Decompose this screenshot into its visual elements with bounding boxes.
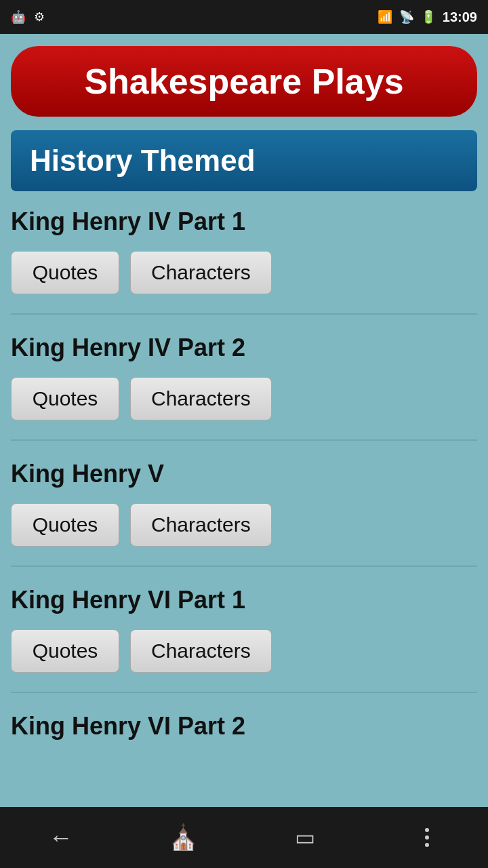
android-icon: 🤖: [11, 9, 26, 24]
quotes-button-henry-iv-part-1[interactable]: Quotes: [11, 251, 119, 294]
nav-bar: ← ⛪ ▭: [0, 807, 488, 868]
quotes-button-henry-v[interactable]: Quotes: [11, 503, 119, 547]
play-buttons-henry-iv-part-1: Quotes Characters: [11, 251, 477, 294]
quotes-button-henry-iv-part-2[interactable]: Quotes: [11, 377, 119, 420]
category-header-text: History Themed: [30, 144, 256, 177]
divider-1: [11, 313, 477, 315]
nav-more-button[interactable]: [373, 814, 481, 861]
play-title-henry-vi-part-1: King Henry VI Part 1: [11, 586, 477, 614]
play-section-henry-vi-part-1: King Henry VI Part 1 Quotes Characters: [11, 586, 477, 673]
divider-2: [11, 439, 477, 441]
nav-recents-button[interactable]: ▭: [251, 814, 359, 861]
play-buttons-henry-vi-part-1: Quotes Characters: [11, 629, 477, 673]
characters-button-henry-vi-part-1[interactable]: Characters: [130, 629, 272, 673]
play-buttons-henry-v: Quotes Characters: [11, 503, 477, 547]
divider-3: [11, 566, 477, 567]
characters-button-henry-iv-part-2[interactable]: Characters: [130, 377, 272, 420]
main-content: Shakespeare Plays History Themed King He…: [0, 34, 488, 807]
app-title-text: Shakespeare Plays: [84, 62, 403, 101]
play-title-henry-iv-part-1: King Henry IV Part 1: [11, 208, 477, 236]
characters-button-henry-iv-part-1[interactable]: Characters: [130, 251, 272, 294]
divider-4: [11, 692, 477, 693]
play-title-henry-v: King Henry V: [11, 460, 477, 488]
nav-home-button[interactable]: ⛪: [129, 814, 237, 861]
back-icon: ←: [49, 823, 73, 852]
play-buttons-henry-iv-part-2: Quotes Characters: [11, 377, 477, 420]
play-section-henry-vi-part-2: King Henry VI Part 2: [11, 712, 477, 755]
nav-back-button[interactable]: ←: [7, 814, 115, 861]
usb-icon: ⚙: [34, 9, 45, 24]
wifi-icon: 📶: [378, 9, 392, 24]
play-title-henry-vi-part-2: King Henry VI Part 2: [11, 712, 477, 741]
status-icons-right: 📶 📡 🔋 13:09: [378, 9, 477, 25]
status-icons-left: 🤖 ⚙: [11, 9, 45, 24]
recents-icon: ▭: [295, 825, 315, 850]
home-icon: ⛪: [168, 823, 199, 852]
play-section-henry-iv-part-2: King Henry IV Part 2 Quotes Characters: [11, 334, 477, 420]
status-time: 13:09: [443, 9, 477, 25]
play-title-henry-iv-part-2: King Henry IV Part 2: [11, 334, 477, 362]
characters-button-henry-v[interactable]: Characters: [130, 503, 272, 547]
quotes-button-henry-vi-part-1[interactable]: Quotes: [11, 629, 119, 673]
play-section-henry-iv-part-1: King Henry IV Part 1 Quotes Characters: [11, 208, 477, 294]
signal-icon: 📡: [399, 9, 414, 24]
category-header: History Themed: [11, 130, 477, 191]
play-section-henry-v: King Henry V Quotes Characters: [11, 460, 477, 547]
status-bar: 🤖 ⚙ 📶 📡 🔋 13:09: [0, 0, 488, 34]
battery-icon: 🔋: [421, 9, 436, 24]
app-title-banner: Shakespeare Plays: [11, 46, 477, 117]
more-icon: [425, 828, 429, 847]
